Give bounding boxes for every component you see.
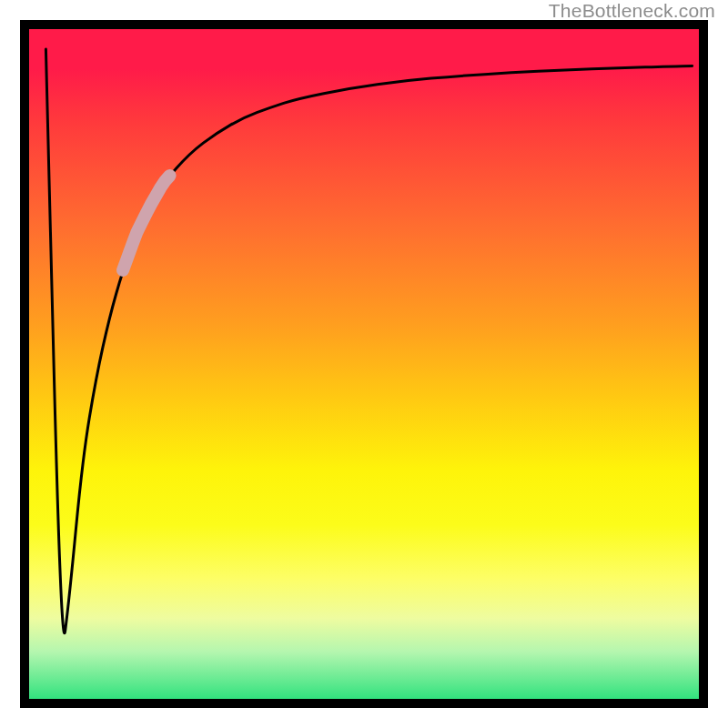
- highlight-segment-path: [123, 176, 170, 270]
- watermark-text: TheBottleneck.com: [549, 0, 715, 22]
- curve-svg: [29, 29, 699, 699]
- plot-area: [20, 20, 708, 708]
- chart-container: TheBottleneck.com: [0, 0, 728, 728]
- bottleneck-curve-path: [46, 49, 692, 633]
- plot-inner: [29, 29, 699, 699]
